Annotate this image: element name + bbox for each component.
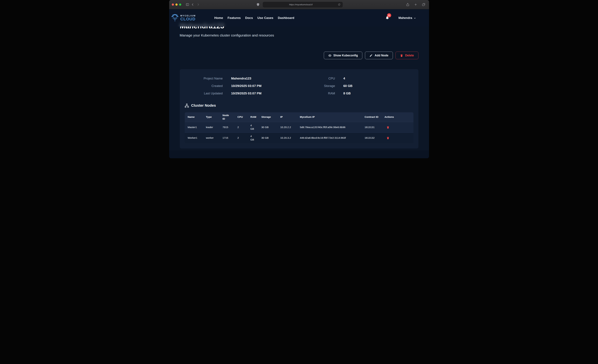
footer-strip: [169, 150, 429, 158]
window-zoom-button[interactable]: [179, 3, 181, 6]
logo-text: MYCELIUM CLOUD: [180, 15, 196, 21]
address-bar-group: https://myceliumcloud.tf: [255, 2, 343, 8]
detail-label: Project Name: [185, 76, 223, 81]
nav-links: Home Features Docs Use Cases Dashboard: [214, 16, 294, 20]
pencil-icon: [369, 54, 373, 57]
details-left: Project Name Mahendra123 Created 10/29/2…: [185, 76, 278, 95]
project-name-value: Mahendra123: [231, 76, 278, 81]
privacy-shield-button[interactable]: [255, 2, 261, 7]
cell-ip: 10.20.3.2: [277, 132, 297, 143]
cell-name: Master1: [185, 122, 203, 132]
details-right: CPU 4 Storage 60 GB RAM 8 GB: [278, 76, 414, 95]
notifications-button[interactable]: 11: [385, 16, 389, 20]
nav-item-dashboard[interactable]: Dashboard: [278, 16, 294, 20]
navbar-right: 11 Mahendra: [385, 16, 416, 20]
storage-value: 60 GB: [343, 84, 414, 88]
col-ip: IP: [277, 112, 297, 122]
delete-cluster-button[interactable]: Delete: [396, 52, 418, 59]
detail-label: CPU: [278, 76, 335, 81]
delete-node-button[interactable]: [387, 137, 389, 139]
browser-toolbar: https://myceliumcloud.tf: [169, 0, 429, 9]
col-mycelium-ip: Mycelium IP: [297, 112, 362, 122]
reload-button[interactable]: [337, 3, 341, 7]
table-header-row: Name Type Node ID CPU RAM Storage IP Myc…: [185, 112, 414, 122]
created-value: 10/29/2025 03:07 PM: [231, 84, 278, 88]
toolbar-right: [405, 2, 426, 7]
cluster-card: Project Name Mahendra123 Created 10/29/2…: [180, 69, 418, 149]
cpu-value: 4: [343, 76, 414, 81]
nav-item-home[interactable]: Home: [214, 16, 223, 20]
nav-item-use-cases[interactable]: Use Cases: [257, 16, 273, 20]
cluster-nodes-title: Cluster Nodes: [191, 103, 216, 108]
chevron-down-icon: [414, 17, 416, 19]
cell-cpu: 2: [234, 122, 248, 132]
reload-icon: [338, 3, 341, 6]
logo-line2: CLOUD: [180, 17, 196, 21]
web-page: MYCELIUM CLOUD Home Features Docs Use Ca…: [169, 9, 429, 158]
cell-storage: 30 GB: [258, 132, 277, 143]
tabs-icon: [422, 3, 425, 6]
window-close-button[interactable]: [172, 3, 174, 6]
cell-node-id: 7915: [220, 122, 234, 132]
cell-ram: 4 GB: [248, 122, 258, 132]
cell-storage: 30 GB: [258, 122, 277, 132]
site-navbar: MYCELIUM CLOUD Home Features Docs Use Ca…: [169, 9, 429, 26]
logo-line1: MYCELIUM: [180, 15, 196, 17]
show-kubeconfig-label: Show Kubeconfig: [333, 54, 358, 57]
cell-actions: [382, 122, 414, 132]
main-content: Mahendra123 Manage your Kubernetes clust…: [169, 9, 429, 149]
detail-label: RAM: [278, 91, 335, 95]
col-actions: Actions: [382, 112, 414, 122]
tab-overview-button[interactable]: [421, 2, 426, 7]
trash-icon: [387, 126, 389, 129]
detail-label: Storage: [278, 84, 335, 88]
sitemap-icon: [185, 104, 189, 108]
notification-badge: 11: [387, 13, 391, 17]
nodes-table-wrap: Name Type Node ID CPU RAM Storage IP Myc…: [185, 112, 414, 143]
cell-node-id: 1715: [220, 132, 234, 143]
cluster-details: Project Name Mahendra123 Created 10/29/2…: [185, 76, 414, 95]
forward-button[interactable]: [196, 2, 201, 7]
url-text: https://myceliumcloud.tf: [264, 3, 337, 6]
user-name: Mahendra: [399, 16, 412, 20]
cell-mycelium-ip: 446:d2a6:8bcd:8c16:ff0f:72e2:3114:863f: [297, 132, 362, 143]
share-button[interactable]: [405, 2, 410, 7]
nodes-table: Name Type Node ID CPU RAM Storage IP Myc…: [185, 112, 414, 143]
sidebar-toggle-button[interactable]: [185, 2, 190, 7]
delete-node-button[interactable]: [387, 126, 389, 129]
address-bar[interactable]: https://myceliumcloud.tf: [263, 2, 343, 8]
user-menu[interactable]: Mahendra: [399, 16, 416, 20]
table-row: Master1 leader 7915 2 4 GB 30 GB 10.20.2…: [185, 122, 414, 132]
nav-item-docs[interactable]: Docs: [245, 16, 253, 20]
nav-item-features[interactable]: Features: [228, 16, 241, 20]
cell-contract-id: 1613131: [362, 122, 382, 132]
new-tab-button[interactable]: [413, 2, 418, 7]
logo[interactable]: MYCELIUM CLOUD: [171, 14, 196, 22]
forward-icon: [196, 3, 200, 6]
show-kubeconfig-button[interactable]: Show Kubeconfig: [324, 52, 363, 59]
ram-value: 8 GB: [343, 91, 414, 95]
eye-icon: [328, 54, 332, 57]
cell-ip: 10.20.2.2: [277, 122, 297, 132]
detail-label: Last Updated: [185, 91, 223, 95]
delete-label: Delete: [405, 54, 414, 57]
cluster-nodes-heading: Cluster Nodes: [185, 103, 414, 108]
cell-ram: 4 GB: [248, 132, 258, 143]
col-ram: RAM: [248, 112, 258, 122]
back-button[interactable]: [190, 2, 196, 7]
share-icon: [406, 3, 409, 6]
col-contract-id: Contract ID: [362, 112, 382, 122]
table-row: Worker1 worker 1715 2 4 GB 30 GB 10.20.3…: [185, 132, 414, 143]
col-type: Type: [203, 112, 220, 122]
window-minimize-button[interactable]: [175, 3, 178, 6]
back-icon: [191, 3, 195, 6]
trash-icon: [387, 137, 389, 139]
cell-mycelium-ip: 5d8:78ea:a120:f40c:ff0f:a5fe:99e6:8b96: [297, 122, 362, 132]
add-node-button[interactable]: Add Node: [365, 52, 393, 59]
col-cpu: CPU: [234, 112, 248, 122]
window-controls: [172, 3, 181, 6]
mycelium-logo-icon: [171, 14, 179, 22]
add-node-label: Add Node: [375, 54, 388, 57]
col-node-id: Node ID: [220, 112, 234, 122]
cell-contract-id: 1613132: [362, 132, 382, 143]
